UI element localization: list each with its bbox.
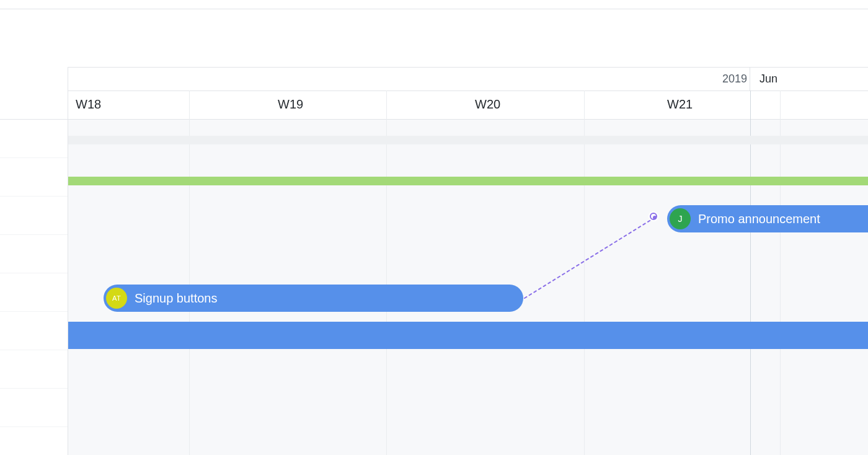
sidebar-row[interactable]: [0, 235, 68, 273]
row-sidebar: [0, 67, 68, 455]
sidebar-row[interactable]: [0, 273, 68, 312]
month-header: 2019 Jun: [68, 67, 868, 91]
sidebar-row[interactable]: [0, 197, 68, 235]
month-divider: [750, 68, 750, 91]
year-label: 2019: [722, 73, 747, 86]
week-label: W18: [76, 97, 101, 112]
task-band-green[interactable]: [68, 177, 868, 185]
svg-line-2: [525, 218, 655, 298]
top-divider: [0, 9, 868, 9]
task-bar-promo[interactable]: J Promo announcement: [667, 205, 868, 232]
gantt-timeline-view: 2019 Jun W18 W19 W20 W21: [0, 0, 868, 455]
sidebar-row[interactable]: [0, 120, 68, 158]
dependency-handle[interactable]: [650, 213, 657, 220]
sidebar-row[interactable]: [0, 389, 68, 427]
timeline-body: J Promo announcement AT Signup buttons: [68, 120, 868, 455]
sidebar-header-cell: [0, 67, 68, 120]
task-label: Promo announcement: [698, 212, 820, 226]
timeline-area[interactable]: 2019 Jun W18 W19 W20 W21: [68, 67, 868, 455]
sidebar-row[interactable]: [0, 158, 68, 197]
week-label: W20: [475, 97, 500, 112]
avatar: AT: [106, 288, 127, 309]
section-band-grey[interactable]: [68, 136, 868, 144]
week-label: W21: [667, 97, 693, 112]
avatar-initials: J: [678, 214, 683, 224]
sidebar-row[interactable]: [0, 312, 68, 350]
avatar-initials: AT: [112, 294, 121, 302]
sidebar-row[interactable]: [0, 350, 68, 389]
task-label: Signup buttons: [135, 291, 217, 306]
week-label: W19: [278, 97, 303, 112]
week-header: W18 W19 W20 W21: [68, 91, 868, 120]
timeline-clip: 2019 Jun W18 W19 W20 W21: [68, 67, 868, 455]
avatar: J: [670, 208, 691, 229]
dependency-connector: [68, 120, 868, 430]
task-bar-signup[interactable]: AT Signup buttons: [104, 285, 523, 312]
month-label: Jun: [760, 73, 777, 86]
task-band-blue[interactable]: [68, 322, 868, 349]
